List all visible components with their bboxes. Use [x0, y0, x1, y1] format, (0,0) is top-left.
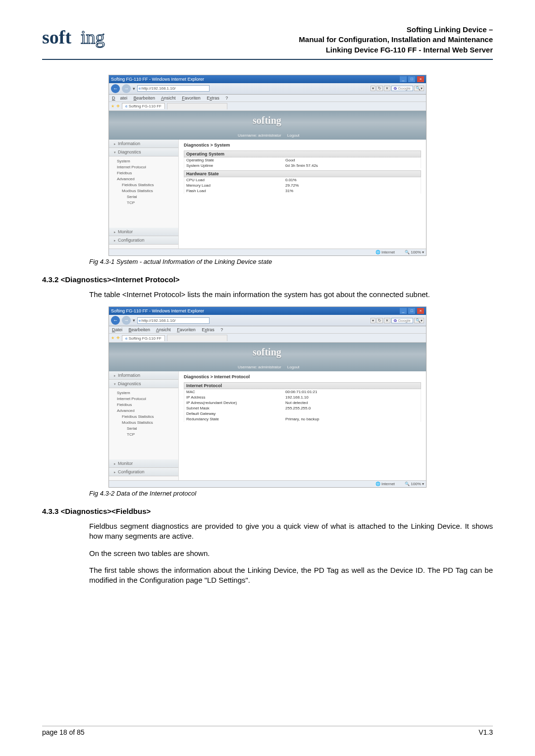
ie-tab-bar: ★ ✚ e Softing FG-110 FF	[109, 334, 426, 343]
page-number: page 18 of 85	[42, 728, 85, 736]
ie-status-bar: Internet 🔍 100% ▾	[109, 480, 426, 487]
zoom-level[interactable]: 🔍 100% ▾	[405, 482, 424, 486]
logout-link[interactable]: Logout	[287, 133, 299, 138]
menu-favoriten[interactable]: Favoriten	[182, 96, 201, 101]
nav-advanced[interactable]: Advanced	[117, 408, 178, 414]
search-go-icon[interactable]: 🔍▾	[414, 86, 424, 91]
browser-tab[interactable]: e Softing FG-110 FF	[122, 103, 165, 109]
nav-system[interactable]: System	[117, 158, 178, 164]
search-box[interactable]: G Google	[391, 86, 413, 91]
menu-help[interactable]: ?	[220, 327, 223, 332]
username-label: Username:	[238, 133, 257, 138]
row-mac: MAC00:06:71:01:01:21	[184, 389, 421, 395]
add-fav-icon[interactable]: ✚	[116, 104, 120, 108]
menu-datei[interactable]: Datei	[112, 327, 122, 332]
row-op-state: Operating StateGood	[184, 157, 421, 163]
nav-config[interactable]: ▸Configuration	[109, 468, 178, 476]
menu-bearbeiten[interactable]: Bearbeiten	[129, 327, 151, 332]
fig-caption-1: Fig 4.3-1 System - actual Information of…	[89, 258, 493, 265]
header-line1: Softing Linking Device –	[299, 25, 493, 35]
app-body: ▸Information ▾Diagnostics System Interne…	[109, 371, 426, 480]
nav-information[interactable]: ▸Information	[109, 371, 178, 380]
dropdown-icon[interactable]: ▾	[133, 86, 135, 91]
menu-help[interactable]: ?	[225, 96, 228, 101]
maximize-icon[interactable]: □	[408, 308, 415, 314]
app-logo: softing	[253, 347, 281, 358]
minimize-icon[interactable]: _	[400, 308, 407, 314]
address-bar[interactable]: ehttp://192.168.1.10/	[137, 317, 210, 324]
refresh-icon[interactable]: ↻	[376, 86, 383, 91]
nav-ip[interactable]: Internet Protocol	[117, 396, 178, 402]
auth-line: Username: administrator Logout	[238, 365, 299, 369]
new-tab[interactable]	[167, 335, 227, 341]
header-line2: Manual for Configuration, Installation a…	[299, 35, 493, 45]
nav-ip[interactable]: Internet Protocol	[117, 164, 178, 170]
add-fav-icon[interactable]: ✚	[116, 336, 120, 340]
new-tab[interactable]	[167, 103, 227, 109]
nav-system[interactable]: System	[117, 390, 178, 396]
para-433-1: Fieldbus segment diagnostics are provide…	[89, 521, 493, 542]
dropdown-icon[interactable]: ▾	[133, 318, 135, 323]
nav-serial[interactable]: Serial	[117, 194, 178, 200]
manual-page: softing Softing Linking Device – Manual …	[0, 0, 535, 756]
chevron-right-icon: ▸	[114, 142, 118, 146]
row-ip-redundant: IP Adress(redundant Device)Not detected	[184, 400, 421, 405]
zoom-level[interactable]: 🔍 100% ▾	[405, 250, 424, 254]
nav-monitor[interactable]: ▸Monitor	[109, 459, 178, 468]
right-search: ▾ ↻ ✕ G Google 🔍▾	[371, 86, 424, 91]
stop-icon[interactable]: ✕	[384, 318, 390, 323]
stop-icon[interactable]: ✕	[384, 86, 390, 91]
nav-fbstats[interactable]: Fieldbus Statistics	[117, 182, 178, 188]
forward-icon[interactable]: →	[122, 84, 131, 93]
window-title: Softing FG-110 FF - Windows Internet Exp…	[111, 77, 204, 82]
nav-tcp[interactable]: TCP	[117, 432, 178, 438]
search-go-icon[interactable]: 🔍▾	[414, 318, 424, 323]
minimize-icon[interactable]: _	[400, 76, 407, 82]
nav-advanced[interactable]: Advanced	[117, 176, 178, 182]
back-icon[interactable]: ←	[111, 84, 120, 93]
nav-monitor[interactable]: ▸Monitor	[109, 228, 178, 236]
menu-extras[interactable]: Extras	[207, 96, 219, 101]
menu-datei[interactable]: Datei	[112, 96, 127, 101]
row-ip: IP Address192.168.1.10	[184, 395, 421, 400]
go-icon[interactable]: ▾	[371, 86, 375, 91]
chevron-right-icon: ▸	[114, 470, 118, 474]
nav-config[interactable]: ▸Configuration	[109, 236, 178, 245]
nav-serial[interactable]: Serial	[117, 426, 178, 432]
address-bar[interactable]: ehttp://192.168.1.10/	[137, 85, 210, 92]
svg-text:soft: soft	[42, 27, 71, 48]
nav-fbstats[interactable]: Fieldbus Statistics	[117, 414, 178, 420]
nav-tcp[interactable]: TCP	[117, 200, 178, 206]
nav-mbstats[interactable]: Modbus Statistics	[117, 420, 178, 426]
nav-tree: System Internet Protocol Fieldbus Advanc…	[109, 388, 178, 440]
nav-fieldbus[interactable]: Fieldbus	[117, 170, 178, 176]
close-icon[interactable]: ×	[417, 308, 424, 314]
forward-icon[interactable]: →	[122, 316, 131, 325]
maximize-icon[interactable]: □	[408, 76, 415, 82]
back-icon[interactable]: ←	[111, 316, 120, 325]
ie-nav-toolbar: ← → ▾ ehttp://192.168.1.10/ ▾ ↻ ✕ G Goog…	[109, 83, 426, 95]
menu-ansicht[interactable]: Ansicht	[161, 96, 176, 101]
window-buttons: _ □ ×	[399, 308, 424, 314]
menu-extras[interactable]: Extras	[202, 327, 214, 332]
favorites-icon[interactable]: ★	[111, 336, 114, 340]
chevron-right-icon: ▸	[114, 462, 118, 466]
ie-tab-bar: ★ ✚ e Softing FG-110 FF	[109, 102, 426, 111]
nav-diagnostics[interactable]: ▾Diagnostics	[109, 380, 178, 388]
nav-mbstats[interactable]: Modbus Statistics	[117, 188, 178, 194]
app-banner: softing Username: administrator Logout	[109, 343, 426, 371]
search-box[interactable]: G Google	[391, 318, 413, 323]
favorites-icon[interactable]: ★	[111, 104, 114, 108]
go-icon[interactable]: ▾	[371, 318, 375, 323]
nav-diagnostics[interactable]: ▾Diagnostics	[109, 148, 178, 156]
menu-ansicht[interactable]: Ansicht	[156, 327, 171, 332]
nav-information[interactable]: ▸Information	[109, 140, 178, 148]
menu-favoriten[interactable]: Favoriten	[177, 327, 196, 332]
browser-tab[interactable]: e Softing FG-110 FF	[122, 335, 165, 341]
main-area: Diagnostics > System Operating System Op…	[179, 140, 426, 249]
menu-bearbeiten[interactable]: Bearbeiten	[134, 96, 156, 101]
logout-link[interactable]: Logout	[287, 365, 299, 369]
refresh-icon[interactable]: ↻	[376, 318, 383, 323]
nav-fieldbus[interactable]: Fieldbus	[117, 402, 178, 408]
close-icon[interactable]: ×	[417, 76, 424, 82]
